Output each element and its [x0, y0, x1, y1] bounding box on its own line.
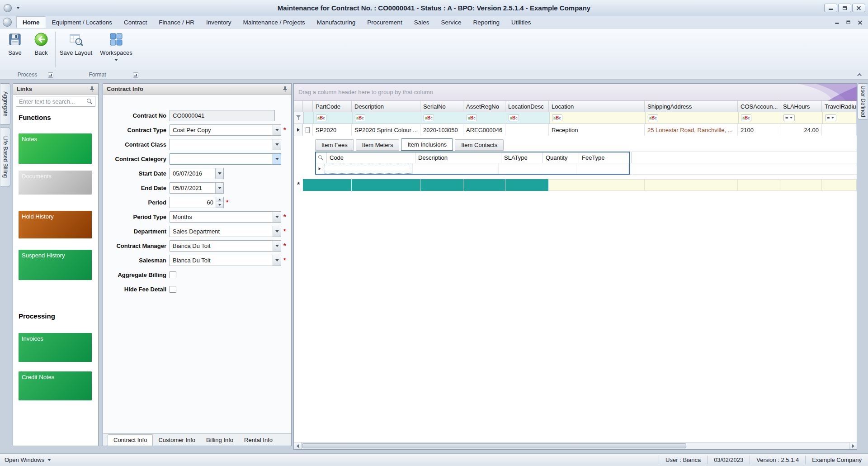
dropdown-button[interactable]	[273, 125, 281, 135]
filter-cell-shippingaddress[interactable]: aBc	[646, 112, 739, 124]
mdi-close-button[interactable]	[858, 20, 863, 25]
contract-class-dropdown[interactable]	[170, 139, 281, 150]
new-row-cell-cosaccount[interactable]	[738, 179, 780, 191]
dropdown-button[interactable]	[273, 226, 281, 237]
pin-icon[interactable]	[283, 86, 288, 92]
dropdown-button[interactable]	[273, 139, 281, 150]
search-icon[interactable]	[87, 99, 93, 105]
quick-access-dropdown-icon[interactable]	[16, 7, 20, 9]
detail-column-slatype[interactable]: SLAType	[501, 152, 543, 163]
cell-slahours[interactable]: 24.00	[780, 124, 822, 136]
dropdown-button[interactable]	[215, 168, 223, 179]
new-row-cell-assetregno[interactable]	[463, 179, 505, 191]
documents-button[interactable]: Documents	[19, 171, 92, 195]
cell-shippingaddress[interactable]: 25 Lonestar Road, Ranchville, ...	[645, 124, 738, 136]
collapse-row-icon[interactable]	[306, 127, 310, 133]
side-tab-life-based-billing[interactable]: Life Based Billing	[0, 128, 10, 186]
save-layout-button[interactable]: Save Layout	[57, 31, 95, 68]
text-filter-icon[interactable]: aBc	[509, 114, 519, 121]
aggregate-billing-checkbox[interactable]	[170, 271, 176, 278]
new-row-cell-partcode[interactable]	[303, 179, 352, 191]
ribbon-tab-reporting[interactable]: Reporting	[467, 16, 505, 28]
text-filter-icon[interactable]: aBc	[355, 114, 365, 121]
column-header-location[interactable]: Location	[549, 101, 645, 112]
ribbon-collapse-button[interactable]	[856, 71, 863, 78]
detail-cell-slatype[interactable]	[499, 163, 540, 174]
ribbon-tab-inventory[interactable]: Inventory	[200, 16, 237, 28]
ribbon-tab-contract[interactable]: Contract	[118, 16, 153, 28]
column-header-travelradius[interactable]: TravelRadiu...	[822, 101, 857, 112]
text-filter-icon[interactable]: aBc	[741, 114, 751, 121]
detail-cell-code[interactable]	[324, 163, 413, 174]
detail-cell-quantity[interactable]	[540, 163, 576, 174]
detail-column-feetype[interactable]: FeeType	[579, 152, 632, 163]
dropdown-button[interactable]	[273, 212, 281, 222]
salesman-dropdown[interactable]: Bianca Du Toit	[170, 255, 281, 266]
cell-description[interactable]: SP2020 Sprint Colour ...	[352, 124, 420, 136]
save-button[interactable]: Save	[2, 31, 28, 68]
filter-cell-locationdesc[interactable]: aBc	[506, 112, 550, 124]
cell-locationdesc[interactable]	[505, 124, 549, 136]
dropdown-button[interactable]	[273, 255, 281, 266]
ribbon-tab-sales[interactable]: Sales	[408, 16, 435, 28]
contract-manager-dropdown[interactable]: Bianca Du Toit	[170, 240, 281, 252]
process-dialog-launcher[interactable]	[48, 72, 53, 78]
column-header-shippingaddress[interactable]: ShippingAddress	[645, 101, 738, 112]
ribbon-tab-finance-hr[interactable]: Finance / HR	[153, 16, 200, 28]
tab-item-meters[interactable]: Item Meters	[356, 139, 400, 151]
detail-column-code[interactable]: Code	[327, 152, 415, 163]
start-date-picker[interactable]: 05/07/2016	[170, 168, 224, 179]
dropdown-button[interactable]	[273, 241, 281, 251]
column-header-locationdesc[interactable]: LocationDesc	[505, 101, 549, 112]
tab-item-contacts[interactable]: Item Contacts	[455, 139, 504, 151]
notes-button[interactable]: Notes	[19, 133, 92, 164]
filter-cell-travelradius[interactable]: =	[823, 112, 857, 124]
new-row-cell-travelradius[interactable]	[822, 179, 857, 191]
application-button[interactable]	[3, 18, 12, 27]
ribbon-tab-home[interactable]: Home	[16, 16, 46, 28]
contract-no-field[interactable]	[170, 110, 275, 121]
dropdown-button[interactable]	[215, 183, 223, 193]
new-row-cell-locationdesc[interactable]	[505, 179, 549, 191]
workspaces-button[interactable]: Workspaces	[95, 31, 137, 68]
filter-cell-description[interactable]: aBc	[353, 112, 421, 124]
spin-down-icon[interactable]	[216, 202, 223, 208]
cell-cosaccount[interactable]: 2100	[738, 124, 780, 136]
ribbon-tab-utilities[interactable]: Utilities	[505, 16, 537, 28]
dropdown-button[interactable]	[273, 154, 281, 164]
tab-contract-info[interactable]: Contract Info	[108, 434, 153, 446]
text-filter-icon[interactable]: aBc	[552, 114, 562, 121]
app-icon[interactable]	[4, 4, 12, 12]
detail-search-header[interactable]	[315, 152, 327, 163]
hide-fee-detail-checkbox[interactable]	[170, 286, 176, 293]
cell-location[interactable]: Reception	[549, 124, 645, 136]
cell-serialno[interactable]: 2020-103050	[420, 124, 463, 136]
filter-cell-serialno[interactable]: aBc	[421, 112, 464, 124]
detail-column-description[interactable]: Description	[415, 152, 501, 163]
period-type-dropdown[interactable]: Months	[170, 211, 281, 223]
period-stepper[interactable]: 60	[170, 197, 224, 208]
tab-rental-info[interactable]: Rental Info	[239, 435, 278, 446]
detail-cell-description[interactable]	[413, 163, 499, 174]
tab-item-fees[interactable]: Item Fees	[315, 139, 354, 151]
new-row-cell-slahours[interactable]	[780, 179, 822, 191]
ribbon-tab-manufacturing[interactable]: Manufacturing	[311, 16, 362, 28]
suspend-history-button[interactable]: Suspend History	[19, 250, 92, 280]
filter-cell-slahours[interactable]: =	[781, 112, 823, 124]
format-dialog-launcher[interactable]	[133, 72, 138, 78]
filter-cell-cosaccount[interactable]: aBc	[739, 112, 781, 124]
text-filter-icon[interactable]: aBc	[648, 114, 658, 121]
text-filter-icon[interactable]: aBc	[424, 114, 434, 121]
side-tab-aggregate[interactable]: Aggregate	[0, 83, 10, 125]
column-header-cosaccount[interactable]: COSAccoun...	[738, 101, 780, 112]
ribbon-tab-service[interactable]: Service	[435, 16, 467, 28]
pin-icon[interactable]	[90, 86, 94, 92]
credit-notes-button[interactable]: Credit Notes	[19, 371, 92, 400]
horizontal-scrollbar[interactable]	[294, 442, 857, 449]
filter-cell-location[interactable]: aBc	[550, 112, 646, 124]
filter-cell-partcode[interactable]: aBc	[314, 112, 353, 124]
tab-item-inclusions[interactable]: Item Inclusions	[401, 138, 453, 151]
spin-up-icon[interactable]	[216, 197, 223, 203]
maximize-button[interactable]	[838, 4, 851, 12]
detail-column-quantity[interactable]: Quantity	[543, 152, 579, 163]
